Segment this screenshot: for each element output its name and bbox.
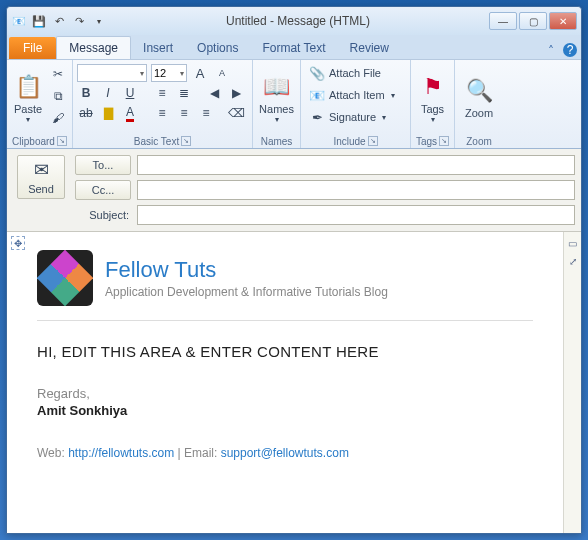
signature-title: Fellow Tuts xyxy=(105,257,388,283)
send-button[interactable]: ✉ Send xyxy=(17,155,65,199)
shrink-font-icon[interactable]: A xyxy=(213,64,231,82)
signature-regards: Regards, xyxy=(37,386,533,401)
group-include: 📎Attach File 📧Attach Item▾ ✒Signature▾ I… xyxy=(301,60,411,148)
attach-item-button[interactable]: 📧Attach Item▾ xyxy=(305,84,399,106)
tab-message[interactable]: Message xyxy=(56,36,131,59)
signature-logo xyxy=(37,250,93,306)
bullets-icon[interactable]: ≡ xyxy=(153,84,171,102)
align-right-icon[interactable]: ≡ xyxy=(197,104,215,122)
group-tags: ⚑ Tags ▾ Tags↘ xyxy=(411,60,455,148)
ribbon: 📋 Paste ▾ ✂ ⧉ 🖌 Clipboard↘ ▾ 12▾ A xyxy=(7,59,581,149)
tab-review[interactable]: Review xyxy=(338,37,401,59)
clear-formatting-icon[interactable]: ⌫ xyxy=(227,104,245,122)
to-button[interactable]: To... xyxy=(75,155,131,175)
group-basic-text: ▾ 12▾ A A B I U ≡ ≣ ◀ ▶ xyxy=(73,60,253,148)
paperclip-icon: 📎 xyxy=(309,65,325,81)
titlebar: 📧 💾 ↶ ↷ ▾ Untitled - Message (HTML) — ▢ … xyxy=(7,7,581,35)
paste-icon: 📋 xyxy=(12,71,44,103)
signature-web-link[interactable]: http://fellowtuts.com xyxy=(68,446,174,460)
tags-button[interactable]: ⚑ Tags ▾ xyxy=(415,62,450,132)
outlook-message-window: 📧 💾 ↶ ↷ ▾ Untitled - Message (HTML) — ▢ … xyxy=(6,6,582,534)
zoom-button[interactable]: 🔍 Zoom xyxy=(459,62,499,132)
signature-subtitle: Application Development & Informative Tu… xyxy=(105,285,388,299)
names-button[interactable]: 📖 Names ▾ xyxy=(257,62,296,132)
signature-footer: Web: http://fellowtuts.com | Email: supp… xyxy=(37,446,533,460)
signature-email-link[interactable]: support@fellowtuts.com xyxy=(221,446,349,460)
window-title: Untitled - Message (HTML) xyxy=(107,14,489,28)
ribbon-tabs: File Message Insert Options Format Text … xyxy=(7,35,581,59)
ruler-toggle-icon[interactable]: ▭ xyxy=(566,236,580,250)
redo-icon[interactable]: ↷ xyxy=(71,13,87,29)
divider xyxy=(37,320,533,321)
minimize-button[interactable]: — xyxy=(489,12,517,30)
signature-author: Amit Sonkhiya xyxy=(37,403,533,418)
font-size-select[interactable]: 12▾ xyxy=(151,64,187,82)
maximize-button[interactable]: ▢ xyxy=(519,12,547,30)
cut-icon[interactable]: ✂ xyxy=(48,64,68,84)
undo-icon[interactable]: ↶ xyxy=(51,13,67,29)
align-center-icon[interactable]: ≡ xyxy=(175,104,193,122)
strike-button[interactable]: ab xyxy=(77,104,95,122)
tab-format-text[interactable]: Format Text xyxy=(250,37,337,59)
increase-indent-icon[interactable]: ▶ xyxy=(227,84,245,102)
tags-dialog-launcher[interactable]: ↘ xyxy=(439,136,449,146)
to-input[interactable] xyxy=(137,155,575,175)
align-left-icon[interactable]: ≡ xyxy=(153,104,171,122)
numbering-icon[interactable]: ≣ xyxy=(175,84,193,102)
tab-options[interactable]: Options xyxy=(185,37,250,59)
flag-icon: ⚑ xyxy=(417,71,449,103)
group-zoom: 🔍 Zoom Zoom xyxy=(455,60,503,148)
message-body-editor[interactable]: Fellow Tuts Application Development & In… xyxy=(7,232,563,533)
signature-button[interactable]: ✒Signature▾ xyxy=(305,106,390,128)
expand-icon[interactable]: ⤢ xyxy=(566,254,580,268)
chevron-down-icon: ▾ xyxy=(431,115,435,124)
send-icon: ✉ xyxy=(34,159,49,181)
chevron-down-icon: ▾ xyxy=(26,115,30,124)
group-clipboard: 📋 Paste ▾ ✂ ⧉ 🖌 Clipboard↘ xyxy=(7,60,73,148)
basictext-dialog-launcher[interactable]: ↘ xyxy=(181,136,191,146)
attach-item-icon: 📧 xyxy=(309,87,325,103)
tab-insert[interactable]: Insert xyxy=(131,37,185,59)
save-icon[interactable]: 💾 xyxy=(31,13,47,29)
group-names: 📖 Names ▾ Names xyxy=(253,60,301,148)
message-body-area: ✥ Fellow Tuts Application Development & … xyxy=(7,232,581,533)
clipboard-dialog-launcher[interactable]: ↘ xyxy=(57,136,67,146)
help-icon[interactable]: ? xyxy=(563,43,577,57)
anchor-handle-icon[interactable]: ✥ xyxy=(11,236,25,250)
window-controls: — ▢ ✕ xyxy=(489,12,577,30)
cc-input[interactable] xyxy=(137,180,575,200)
paste-button[interactable]: 📋 Paste ▾ xyxy=(11,62,45,132)
font-color-icon[interactable]: A xyxy=(121,104,139,122)
body-side-toolbar: ▭ ⤢ xyxy=(563,232,581,533)
italic-button[interactable]: I xyxy=(99,84,117,102)
highlight-icon[interactable]: ▇ xyxy=(99,104,117,122)
chevron-down-icon: ▾ xyxy=(275,115,279,124)
chevron-down-icon: ▾ xyxy=(382,113,386,122)
decrease-indent-icon[interactable]: ◀ xyxy=(205,84,223,102)
underline-button[interactable]: U xyxy=(121,84,139,102)
attach-file-button[interactable]: 📎Attach File xyxy=(305,62,385,84)
magnifier-icon: 🔍 xyxy=(463,75,495,107)
chevron-down-icon: ▾ xyxy=(391,91,395,100)
address-book-icon: 📖 xyxy=(261,71,293,103)
include-dialog-launcher[interactable]: ↘ xyxy=(368,136,378,146)
cc-button[interactable]: Cc... xyxy=(75,180,131,200)
subject-label: Subject: xyxy=(75,209,131,221)
font-family-select[interactable]: ▾ xyxy=(77,64,147,82)
grow-font-icon[interactable]: A xyxy=(191,64,209,82)
format-painter-icon[interactable]: 🖌 xyxy=(48,108,68,128)
minimize-ribbon-icon[interactable]: ˄ xyxy=(543,43,559,59)
signature-body-placeholder: HI, EDIT THIS AREA & ENTER CONTENT HERE xyxy=(37,343,533,360)
signature-icon: ✒ xyxy=(309,109,325,125)
close-button[interactable]: ✕ xyxy=(549,12,577,30)
app-icon: 📧 xyxy=(11,13,27,29)
message-header: ✉ Send To... Cc... Subject: xyxy=(7,149,581,232)
bold-button[interactable]: B xyxy=(77,84,95,102)
quick-access-toolbar: 📧 💾 ↶ ↷ ▾ xyxy=(11,13,107,29)
file-tab[interactable]: File xyxy=(9,37,56,59)
qat-dropdown-icon[interactable]: ▾ xyxy=(91,13,107,29)
copy-icon[interactable]: ⧉ xyxy=(48,86,68,106)
subject-input[interactable] xyxy=(137,205,575,225)
